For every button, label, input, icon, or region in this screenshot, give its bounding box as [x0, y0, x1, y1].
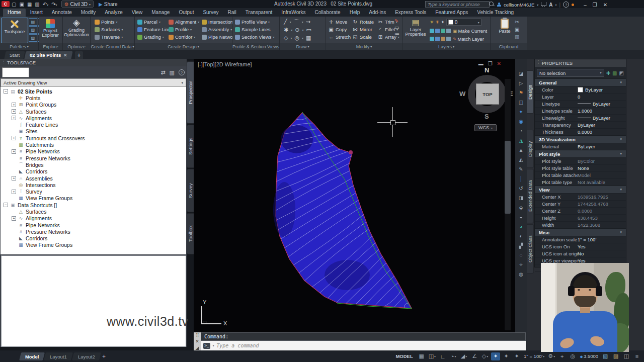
tree-item-pipe-networks[interactable]: #Pipe Networks	[1, 222, 186, 228]
prop-row-color[interactable]: ColorByLayer	[535, 86, 626, 93]
layout-tab-layout1[interactable]: Layout1	[44, 352, 73, 360]
layer-freeze-icon[interactable]: ☀	[435, 20, 439, 25]
toolspace-button[interactable]: Toolspace	[1, 18, 28, 43]
layer-on-icon[interactable]: ☀	[430, 20, 434, 25]
graphics-performance[interactable]: ●3.5000	[579, 352, 599, 360]
annotation-monitor-icon[interactable]: ✦	[512, 352, 521, 360]
layer-tool-icon-8[interactable]	[446, 37, 451, 41]
compass-n[interactable]: N	[485, 66, 489, 74]
tree-item-corridors[interactable]: ◣Corridors	[1, 168, 186, 175]
user-menu-caret-icon[interactable]: ▾	[537, 3, 538, 7]
sample-lines-button[interactable]: Sample Lines	[235, 26, 275, 33]
tree-expander-icon[interactable]: +	[12, 103, 16, 107]
ribbon-tab-rail[interactable]: Rail	[223, 9, 241, 17]
tree-item-corridors[interactable]: ◣Corridors	[1, 235, 186, 242]
prop-row-lineweight[interactable]: LineweightByLayer	[535, 114, 626, 121]
prop-row-transparency[interactable]: TransparencyByLayer	[535, 121, 626, 128]
command-close-icon[interactable]: ✕	[195, 339, 199, 344]
explode-icon[interactable]: ≔	[394, 31, 399, 37]
tree-expander-icon[interactable]: +	[12, 216, 16, 221]
ribbon-tab-view[interactable]: View	[127, 9, 147, 17]
tree-item-02-site-points[interactable]: −▤02 Site Points	[1, 88, 186, 95]
ribbon-tab-modify[interactable]: Modify	[76, 9, 100, 17]
prop-row-plot-style[interactable]: Plot styleByColor	[535, 157, 626, 164]
section-header-plot-style[interactable]: Plot style▾	[535, 150, 626, 157]
side-tool-icon-0[interactable]: ◪	[519, 71, 523, 77]
viewport-minimize-icon[interactable]: ▬	[478, 61, 484, 66]
viewport-restore-icon[interactable]: ❐	[488, 61, 493, 66]
side-tool-icon-16[interactable]: ◕	[519, 224, 522, 230]
tab-doc[interactable]: 02 Site Points✕	[24, 51, 72, 59]
side-tool-icon-8[interactable]: ▲	[519, 147, 524, 153]
feature-line-button[interactable]: Feature Line▾	[137, 26, 169, 33]
scrollbar-thumb[interactable]	[505, 141, 511, 214]
tree-item-points[interactable]: ✛Points	[1, 95, 186, 101]
tree-item-sites[interactable]: ▣Sites	[1, 128, 186, 135]
compass-s[interactable]: S	[485, 113, 489, 120]
copy-clip-icon[interactable]: ▣	[515, 27, 519, 32]
tab-prospector[interactable]: Prospector	[187, 61, 194, 124]
autodesk-a-icon[interactable]: A	[549, 2, 552, 8]
tree-expander-icon[interactable]: +	[12, 116, 16, 120]
clean-screen-icon[interactable]: ◫	[622, 352, 631, 360]
section-header-3d-visualization[interactable]: 3D Visualization▾	[535, 135, 626, 143]
pipe-network-button[interactable]: Pipe Network▾	[202, 33, 235, 41]
prop-row-center-z[interactable]: Center Z0.0000	[535, 207, 626, 214]
draw-tool-icon-2-0[interactable]: ◇	[284, 35, 288, 41]
tree-expander-icon[interactable]: +	[12, 190, 16, 194]
points-button[interactable]: Points▾	[95, 18, 123, 26]
tree-item-alignments[interactable]: +∿Alignments	[1, 215, 186, 222]
tree-item-pressure-networks[interactable]: #Pressure Networks	[1, 155, 186, 161]
draw-tool-icon-0-1[interactable]: ⌒	[294, 18, 299, 26]
new-file-icon[interactable]: ▢	[12, 2, 16, 7]
draw-tool-icon-2-2[interactable]: ▦	[306, 35, 311, 41]
tree-item-feature-lines[interactable]: ʃFeature Lines	[1, 121, 186, 128]
paste-special-icon[interactable]: ▥	[515, 34, 519, 40]
otrack-icon[interactable]: ∠	[470, 352, 479, 360]
prop-row-linetype[interactable]: LinetypeByLayer	[535, 100, 626, 107]
prop-row-height[interactable]: Height638.4453	[535, 214, 626, 221]
tree-expander-icon[interactable]: +	[12, 176, 16, 180]
prop-row-linetype-scale[interactable]: Linetype scale1.0000	[535, 107, 626, 114]
viewport-close-icon[interactable]: ✕	[497, 61, 501, 66]
prop-row-width[interactable]: Width1422.3688	[535, 221, 626, 228]
side-tool-icon-21[interactable]: ◍	[519, 272, 523, 278]
draw-tool-icon-1-0[interactable]: ✱	[284, 27, 288, 33]
toolspace-edit-field[interactable]	[2, 67, 29, 77]
search-icon[interactable]	[489, 2, 494, 6]
ribbon-tab-analyze[interactable]: Analyze	[100, 9, 127, 17]
model-space-indicator[interactable]: MODEL	[395, 353, 413, 359]
tab-close-icon[interactable]: ✕	[63, 53, 67, 58]
ribbon-tab-infraworks[interactable]: InfraWorks	[277, 9, 310, 17]
ribbon-tab-manage[interactable]: Manage	[147, 9, 174, 17]
profile-button[interactable]: Profile▾	[169, 26, 202, 33]
draw-tool-icon-0-0[interactable]: ╱	[284, 19, 287, 25]
intersections-button[interactable]: Intersections▾	[202, 18, 235, 26]
undo-icon[interactable]: ↶▾	[43, 2, 48, 7]
compass-w[interactable]: W	[459, 90, 465, 98]
viewport-label[interactable]: [-][Top][2D Wireframe]	[198, 61, 252, 67]
tree-item-assemblies[interactable]: +∩Assemblies	[1, 175, 186, 182]
layout-tab-model[interactable]: Model	[19, 352, 45, 360]
section-header-general[interactable]: General▾	[535, 78, 626, 86]
tree-item-intersections[interactable]: ◎Intersections	[1, 182, 186, 188]
make-current-icon[interactable]: ▣	[453, 29, 457, 34]
ribbon-tab-add-ins[interactable]: Add-ins	[364, 9, 390, 17]
prop-row-plot-style-table[interactable]: Plot style tableNone	[535, 164, 626, 171]
tab-toolbox[interactable]: Toolbox	[187, 213, 194, 254]
corridor-button[interactable]: Corridor▾	[169, 33, 202, 41]
annotation-scale[interactable]: 1" = 100'▾	[523, 352, 545, 360]
toolspace-help-icon[interactable]: ?	[179, 69, 185, 75]
tab-start[interactable]: Start	[4, 51, 25, 59]
surfaces-button[interactable]: Surfaces▾	[95, 26, 123, 33]
layer-tool-icon-3[interactable]	[441, 29, 445, 33]
isolate-objects-icon[interactable]: ◎	[568, 352, 577, 360]
viewport-scrollbar[interactable]	[505, 79, 511, 330]
move-button[interactable]: ✛Move	[328, 18, 352, 26]
draw-tool-icon-1-2[interactable]: ▭	[306, 27, 311, 33]
side-tool-icon-10[interactable]: ✎	[519, 166, 523, 172]
customize-plus-icon[interactable]: +	[557, 352, 567, 360]
section-header-misc[interactable]: Misc▾	[535, 228, 626, 236]
ribbon-tab-featured-apps[interactable]: Featured Apps	[431, 9, 472, 17]
side-tool-icon-18[interactable]: ▞	[519, 243, 523, 249]
